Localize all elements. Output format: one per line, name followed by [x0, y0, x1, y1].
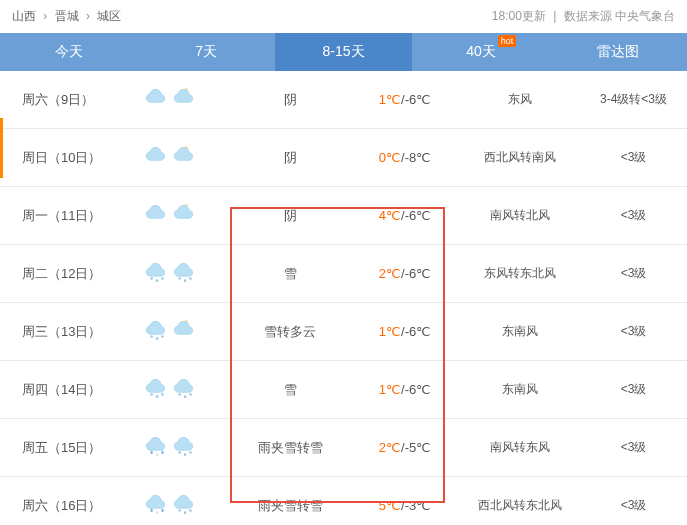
wind-direction: 南风转北风 — [460, 207, 580, 224]
svg-point-19 — [184, 453, 187, 456]
cloudy-icon — [143, 201, 169, 230]
wind-direction: 东风转东北风 — [460, 265, 580, 282]
weather-icons — [110, 433, 230, 462]
forecast-row[interactable]: 周三（13日）雪转多云1℃/-6℃东南风<3级 — [0, 303, 687, 361]
date-label: 周日（10日） — [0, 149, 110, 167]
svg-point-25 — [184, 511, 187, 514]
temperature: 1℃/-6℃ — [350, 92, 460, 107]
svg-point-4 — [184, 279, 187, 282]
snow-icon — [143, 259, 169, 288]
svg-point-10 — [156, 395, 159, 398]
wind-direction: 西北风转南风 — [460, 149, 580, 166]
temperature: 0℃/-8℃ — [350, 150, 460, 165]
chevron-right-icon: › — [43, 9, 47, 23]
wind-direction: 东南风 — [460, 381, 580, 398]
date-label: 周六（16日） — [0, 497, 110, 515]
weather-text: 阴 — [230, 91, 350, 109]
update-time: 18:00更新 — [492, 9, 546, 23]
tab-40day[interactable]: 40天hot — [412, 33, 549, 71]
breadcrumb-l3[interactable]: 城区 — [97, 9, 121, 23]
svg-point-26 — [189, 509, 192, 512]
weather-text: 雨夹雪转雪 — [230, 497, 350, 515]
date-label: 周一（11日） — [0, 207, 110, 225]
temperature: 2℃/-6℃ — [350, 266, 460, 281]
wind-level: 3-4级转<3级 — [580, 91, 687, 108]
tab-7day[interactable]: 7天 — [137, 33, 274, 71]
svg-point-24 — [178, 509, 181, 512]
weather-icons — [110, 317, 230, 346]
svg-point-8 — [161, 335, 164, 338]
date-label: 周六（9日） — [0, 91, 110, 109]
snow-icon — [143, 375, 169, 404]
tab-radar[interactable]: 雷达图 — [550, 33, 687, 71]
svg-point-20 — [189, 451, 192, 454]
date-label: 周五（15日） — [0, 439, 110, 457]
temperature: 1℃/-6℃ — [350, 382, 460, 397]
cloudy-icon — [143, 85, 169, 114]
forecast-row[interactable]: 周四（14日）雪1℃/-6℃东南风<3级 — [0, 361, 687, 419]
svg-point-23 — [156, 511, 159, 514]
svg-point-13 — [184, 395, 187, 398]
forecast-row[interactable]: 周一（11日）阴4℃/-6℃南风转北风<3级 — [0, 187, 687, 245]
wind-level: <3级 — [580, 439, 687, 456]
wind-level: <3级 — [580, 323, 687, 340]
temperature: 2℃/-5℃ — [350, 440, 460, 455]
wind-level: <3级 — [580, 265, 687, 282]
tab-today[interactable]: 今天 — [0, 33, 137, 71]
wind-direction: 东风 — [460, 91, 580, 108]
breadcrumb-l1[interactable]: 山西 — [12, 9, 36, 23]
svg-point-21 — [151, 509, 153, 512]
weather-icons — [110, 85, 230, 114]
date-label: 周二（12日） — [0, 265, 110, 283]
sleet-icon — [143, 433, 169, 462]
tab-8-15day[interactable]: 8-15天 — [275, 33, 412, 71]
svg-point-3 — [178, 277, 181, 280]
cloudy-night-icon — [171, 317, 197, 346]
svg-point-12 — [178, 393, 181, 396]
forecast-row[interactable]: 周六（9日）阴1℃/-6℃东风3-4级转<3级 — [0, 71, 687, 129]
weather-text: 雪 — [230, 381, 350, 399]
wind-level: <3级 — [580, 149, 687, 166]
snow-icon — [171, 433, 197, 462]
weather-icons — [110, 491, 230, 520]
forecast-row[interactable]: 周六（16日）雨夹雪转雪5℃/-3℃西北风转东北风<3级 — [0, 477, 687, 525]
svg-point-2 — [161, 277, 164, 280]
date-label: 周三（13日） — [0, 323, 110, 341]
svg-point-22 — [161, 509, 163, 512]
breadcrumb: 山西 › 晋城 › 城区 18:00更新 | 数据来源 中央气象台 — [0, 0, 687, 33]
temperature: 5℃/-3℃ — [350, 498, 460, 513]
svg-point-0 — [150, 277, 153, 280]
weather-icons — [110, 375, 230, 404]
forecast-table: 周六（9日）阴1℃/-6℃东风3-4级转<3级周日（10日）阴0℃/-8℃西北风… — [0, 71, 687, 525]
wind-direction: 南风转东风 — [460, 439, 580, 456]
wind-level: <3级 — [580, 497, 687, 514]
svg-point-14 — [189, 393, 192, 396]
svg-point-9 — [150, 393, 153, 396]
weather-text: 雨夹雪转雪 — [230, 439, 350, 457]
forecast-row[interactable]: 周日（10日）阴0℃/-8℃西北风转南风<3级 — [0, 129, 687, 187]
breadcrumb-l2[interactable]: 晋城 — [55, 9, 79, 23]
svg-point-6 — [150, 335, 153, 338]
svg-point-1 — [156, 279, 159, 282]
left-edge-marker — [0, 118, 3, 178]
tabs: 今天 7天 8-15天 40天hot 雷达图 — [0, 33, 687, 71]
date-label: 周四（14日） — [0, 381, 110, 399]
svg-point-17 — [156, 453, 159, 456]
forecast-row[interactable]: 周二（12日）雪2℃/-6℃东风转东北风<3级 — [0, 245, 687, 303]
weather-text: 阴 — [230, 149, 350, 167]
forecast-row[interactable]: 周五（15日）雨夹雪转雪2℃/-5℃南风转东风<3级 — [0, 419, 687, 477]
weather-icons — [110, 259, 230, 288]
svg-point-7 — [156, 337, 159, 340]
temperature: 4℃/-6℃ — [350, 208, 460, 223]
wind-direction: 西北风转东北风 — [460, 497, 580, 514]
data-source: 数据来源 中央气象台 — [564, 9, 675, 23]
weather-text: 雪转多云 — [230, 323, 350, 341]
snow-icon — [171, 259, 197, 288]
temperature: 1℃/-6℃ — [350, 324, 460, 339]
weather-icons — [110, 201, 230, 230]
svg-point-11 — [161, 393, 164, 396]
cloudy-night-icon — [171, 85, 197, 114]
svg-point-15 — [151, 451, 153, 454]
svg-point-18 — [178, 451, 181, 454]
weather-icons — [110, 143, 230, 172]
